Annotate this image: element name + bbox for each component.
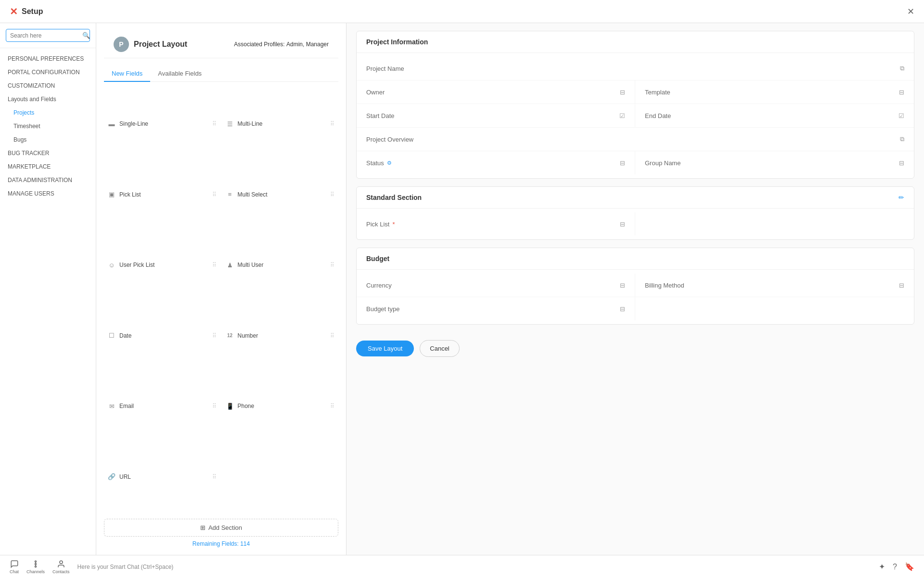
svg-point-2 xyxy=(35,565,37,567)
drag-handle[interactable]: ⠿ xyxy=(212,332,217,339)
link-icon[interactable]: ⊟ xyxy=(620,89,625,96)
field-multi-user[interactable]: ♟ Multi User ⠿ xyxy=(222,231,339,300)
section-standard: Standard Section ✏ Pick List* ⊟ xyxy=(356,186,914,240)
search-input[interactable] xyxy=(10,32,82,39)
drag-handle[interactable]: ⠿ xyxy=(212,120,217,127)
close-button[interactable]: ✕ xyxy=(907,6,914,17)
smart-chat-hint: Here is your Smart Chat (Ctrl+Space) xyxy=(77,564,174,570)
link-icon[interactable]: ⊟ xyxy=(620,305,625,313)
field-cell-empty-budget xyxy=(635,297,914,320)
field-label-group-name: Group Name xyxy=(645,159,680,167)
link-icon[interactable]: ⊟ xyxy=(899,89,904,96)
search-input-wrap[interactable]: 🔍 xyxy=(6,29,90,42)
sidebar-item-layouts[interactable]: Layouts and Fields xyxy=(0,92,96,106)
cancel-button[interactable]: Cancel xyxy=(420,340,459,357)
field-label-project-overview: Project Overview xyxy=(366,136,413,143)
sidebar-item-customization[interactable]: CUSTOMIZATION xyxy=(0,79,96,92)
section-fields-budget: Currency ⊟ Billing Method ⊟ Budget type … xyxy=(357,270,914,324)
gear-icon[interactable]: ⚙ xyxy=(387,160,392,166)
field-row: Status ⚙ ⊟ Group Name ⊟ xyxy=(357,151,914,174)
link-icon[interactable]: ⊟ xyxy=(899,159,904,167)
field-cell-end-date: End Date ☑ xyxy=(635,104,914,127)
sidebar-item-marketplace[interactable]: MARKETPLACE xyxy=(0,160,96,173)
sidebar-item-manage-users[interactable]: MANAGE USERS xyxy=(0,187,96,200)
field-cell-empty xyxy=(635,212,914,236)
link-icon[interactable]: ⊟ xyxy=(899,282,904,289)
tab-new-fields[interactable]: New Fields xyxy=(104,66,150,82)
edit-icon[interactable]: ✏ xyxy=(898,194,904,201)
drag-handle[interactable]: ⠿ xyxy=(330,332,334,339)
help-icon[interactable]: ? xyxy=(893,563,897,571)
drag-handle[interactable]: ⠿ xyxy=(330,120,334,127)
field-number[interactable]: 12 Number ⠿ xyxy=(222,302,339,370)
bottom-chat[interactable]: Chat xyxy=(10,560,19,574)
field-row: Budget type ⊟ xyxy=(357,297,914,320)
field-label-billing-method: Billing Method xyxy=(645,282,684,289)
field-cell-pick-list: Pick List* ⊟ xyxy=(357,212,635,236)
top-bar: ✕ Setup ✕ xyxy=(0,0,924,23)
section-fields-project-info: Project Name ⧉ Owner ⊟ Template ⊟ xyxy=(357,53,914,178)
required-marker: * xyxy=(392,221,395,228)
bottom-bar: Chat Channels Contacts Here is your Smar… xyxy=(0,555,924,578)
sidebar-item-projects[interactable]: Projects xyxy=(0,106,96,119)
field-multi-line[interactable]: ☰ Multi-Line ⠿ xyxy=(222,90,339,158)
link-icon[interactable]: ⊟ xyxy=(620,282,625,289)
field-pick-list[interactable]: ▣ Pick List ⠿ xyxy=(104,160,220,229)
drag-handle[interactable]: ⠿ xyxy=(212,473,217,480)
bottom-nav: Chat Channels Contacts Here is your Smar… xyxy=(10,560,173,574)
field-date[interactable]: ☐ Date ⠿ xyxy=(104,302,220,370)
field-cell-template: Template ⊟ xyxy=(635,80,914,104)
bottom-contacts[interactable]: Contacts xyxy=(52,560,70,574)
drag-handle[interactable]: ⠿ xyxy=(212,191,217,198)
field-email[interactable]: ✉ Email ⠿ xyxy=(104,372,220,441)
layout-area: Project Information Project Name ⧉ Owner xyxy=(346,23,924,555)
drag-handle[interactable]: ⠿ xyxy=(330,403,334,409)
sidebar-item-portal[interactable]: PORTAL CONFIGURATION xyxy=(0,66,96,79)
link-icon[interactable]: ⊟ xyxy=(620,159,625,167)
field-url[interactable]: 🔗 URL ⠿ xyxy=(104,443,220,512)
field-user-pick-list[interactable]: ☺ User Pick List ⠿ xyxy=(104,231,220,300)
field-phone[interactable]: 📱 Phone ⠿ xyxy=(222,372,339,441)
field-multi-select[interactable]: ≡ Multi Select ⠿ xyxy=(222,160,339,229)
link-icon[interactable]: ⊟ xyxy=(620,221,625,228)
single-line-icon: ▬ xyxy=(108,120,116,128)
field-row: Pick List* ⊟ xyxy=(357,212,914,236)
field-cell-project-name: Project Name ⧉ xyxy=(357,57,914,80)
page-header-left: P Project Layout xyxy=(114,37,187,52)
drag-handle[interactable]: ⠿ xyxy=(330,262,334,268)
field-row: Owner ⊟ Template ⊟ xyxy=(357,80,914,104)
drag-handle[interactable]: ⠿ xyxy=(330,191,334,198)
field-label-budget-type: Budget type xyxy=(366,305,399,313)
copy-icon[interactable]: ⧉ xyxy=(900,135,904,143)
drag-handle[interactable]: ⠿ xyxy=(212,262,217,268)
tab-available-fields[interactable]: Available Fields xyxy=(150,66,209,82)
bookmark-icon[interactable]: 🔖 xyxy=(905,562,914,571)
field-row: Project Overview ⧉ xyxy=(357,128,914,151)
field-label-project-name: Project Name xyxy=(366,65,404,72)
section-header-budget: Budget xyxy=(357,248,914,270)
field-label-status: Status ⚙ xyxy=(366,159,392,167)
section-header-standard: Standard Section ✏ xyxy=(357,187,914,209)
add-section-button[interactable]: ⊞ Add Section xyxy=(104,519,338,537)
copy-icon[interactable]: ⧉ xyxy=(900,65,904,72)
check-icon[interactable]: ☑ xyxy=(619,112,625,119)
sidebar-item-data-admin[interactable]: DATA ADMINISTRATION xyxy=(0,173,96,187)
phone-icon: 📱 xyxy=(226,403,234,410)
drag-handle[interactable]: ⠿ xyxy=(212,403,217,409)
sidebar-item-personal[interactable]: PERSONAL PREFERENCES xyxy=(0,52,96,66)
check-icon[interactable]: ☑ xyxy=(898,112,904,119)
svg-point-5 xyxy=(60,561,63,564)
associated-profiles: Associated Profiles: Admin, Manager xyxy=(234,41,329,48)
bottom-right-icons: ✦ ? 🔖 xyxy=(879,562,914,571)
number-icon: 12 xyxy=(226,333,234,338)
bottom-channels[interactable]: Channels xyxy=(26,560,45,574)
multi-user-icon: ♟ xyxy=(226,262,234,269)
wand-icon[interactable]: ✦ xyxy=(879,562,885,571)
sidebar-item-bugs[interactable]: Bugs xyxy=(0,133,96,146)
sidebar-item-bug-tracker[interactable]: BUG TRACKER xyxy=(0,146,96,160)
field-single-line[interactable]: ▬ Single-Line ⠿ xyxy=(104,90,220,158)
sidebar-item-timesheet[interactable]: Timesheet xyxy=(0,119,96,133)
pick-list-icon: ▣ xyxy=(108,191,116,198)
sidebar: 🔍 PERSONAL PREFERENCES PORTAL CONFIGURAT… xyxy=(0,23,96,555)
save-layout-button[interactable]: Save Layout xyxy=(356,341,414,356)
